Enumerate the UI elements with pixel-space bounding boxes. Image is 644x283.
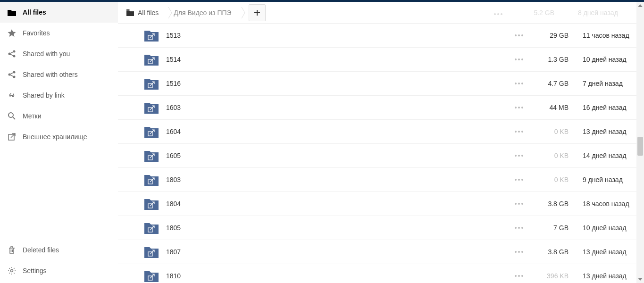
more-icon[interactable] bbox=[512, 179, 526, 181]
file-name[interactable]: 1516 bbox=[166, 80, 512, 87]
scroll-thumb[interactable] bbox=[637, 137, 643, 156]
svg-point-15 bbox=[521, 34, 523, 36]
folder-shared-icon bbox=[144, 53, 159, 66]
table-row[interactable]: 18043.8 GB18 часов назад bbox=[118, 192, 644, 216]
table-row[interactable]: 15141.3 GB10 дней назад bbox=[118, 48, 644, 72]
breadcrumb-current-label: Для Видео из ППЭ bbox=[174, 9, 231, 17]
file-time: 18 часов назад bbox=[573, 200, 644, 208]
table-row[interactable]: 16040 KB13 дней назад bbox=[118, 120, 644, 144]
scroll-track[interactable] bbox=[636, 9, 644, 275]
more-icon[interactable] bbox=[512, 251, 526, 253]
svg-point-5 bbox=[13, 76, 16, 78]
table-row[interactable]: 151329 GB11 часов назад bbox=[118, 24, 644, 48]
svg-point-45 bbox=[515, 227, 517, 229]
more-icon[interactable] bbox=[512, 58, 526, 60]
svg-point-23 bbox=[521, 83, 523, 84]
breadcrumb-current[interactable]: Для Видео из ППЭ bbox=[174, 9, 240, 17]
file-size: 0 KB bbox=[526, 152, 573, 159]
nav-primary: All filesFavoritesShared with youShared … bbox=[0, 2, 118, 240]
svg-point-42 bbox=[518, 203, 520, 205]
file-name[interactable]: 1514 bbox=[166, 56, 512, 63]
file-size: 7 GB bbox=[526, 224, 573, 232]
file-name[interactable]: 1513 bbox=[166, 32, 512, 39]
svg-point-21 bbox=[515, 83, 517, 84]
file-size: 4.7 GB bbox=[526, 80, 573, 87]
file-name[interactable]: 1604 bbox=[166, 128, 512, 135]
table-row[interactable]: 18030 KB9 дней назад bbox=[118, 168, 644, 192]
more-icon[interactable] bbox=[494, 9, 502, 17]
file-time: 10 дней назад bbox=[573, 56, 644, 63]
folder-icon bbox=[7, 8, 17, 16]
more-icon[interactable] bbox=[512, 227, 526, 229]
more-icon[interactable] bbox=[512, 34, 526, 36]
svg-point-1 bbox=[13, 50, 16, 53]
more-icon[interactable] bbox=[512, 107, 526, 108]
sidebar-item-1[interactable]: Favorites bbox=[0, 23, 118, 43]
file-time: 14 дней назад bbox=[573, 152, 644, 159]
file-name[interactable]: 1803 bbox=[166, 176, 512, 183]
svg-point-2 bbox=[13, 55, 16, 58]
file-name[interactable]: 1807 bbox=[166, 248, 512, 256]
svg-point-0 bbox=[8, 53, 11, 55]
svg-point-29 bbox=[515, 131, 517, 133]
file-time: 13 дней назад bbox=[573, 128, 644, 135]
table-row[interactable]: 18073.8 GB13 дней назад bbox=[118, 240, 644, 264]
sidebar-item-6[interactable]: Внешнее хранилище bbox=[0, 126, 118, 147]
svg-point-34 bbox=[518, 155, 520, 157]
sidebar-item-label: Favorites bbox=[23, 29, 50, 37]
sidebar-item-2[interactable]: Shared with you bbox=[0, 43, 118, 64]
search-icon bbox=[7, 112, 17, 120]
folder-icon bbox=[126, 9, 134, 16]
file-time: 16 дней назад bbox=[573, 104, 644, 111]
svg-point-9 bbox=[494, 13, 496, 15]
breadcrumb-root[interactable]: All files bbox=[126, 9, 167, 17]
svg-point-37 bbox=[515, 179, 517, 181]
folder-shared-icon bbox=[144, 270, 159, 282]
file-size: 0 KB bbox=[526, 176, 573, 183]
table-row[interactable]: 18057 GB10 дней назад bbox=[118, 216, 644, 240]
table-row[interactable]: 1810396 KB13 дней назад bbox=[118, 264, 644, 283]
svg-point-11 bbox=[501, 13, 502, 15]
folder-shared-icon bbox=[144, 150, 159, 162]
sidebar-footer-item-1[interactable]: Settings bbox=[0, 260, 118, 281]
file-time: 10 дней назад bbox=[573, 224, 644, 232]
chevron-right-icon bbox=[241, 6, 246, 19]
file-size: 0 KB bbox=[526, 128, 573, 135]
folder-shared-icon bbox=[144, 125, 159, 138]
sidebar-item-0[interactable]: All files bbox=[0, 2, 118, 23]
file-name[interactable]: 1605 bbox=[166, 152, 512, 159]
header-time: 8 дней назад bbox=[578, 9, 635, 17]
svg-point-14 bbox=[518, 34, 520, 36]
table-row[interactable]: 15164.7 GB7 дней назад bbox=[118, 72, 644, 96]
trash-icon bbox=[7, 246, 17, 254]
svg-point-38 bbox=[518, 179, 520, 181]
svg-point-31 bbox=[521, 131, 523, 133]
more-icon[interactable] bbox=[512, 131, 526, 133]
scrollbar[interactable] bbox=[636, 2, 644, 283]
table-row[interactable]: 16050 KB14 дней назад bbox=[118, 144, 644, 168]
more-icon[interactable] bbox=[512, 275, 526, 277]
sidebar-item-4[interactable]: Shared by link bbox=[0, 85, 118, 106]
file-name[interactable]: 1603 bbox=[166, 104, 512, 111]
breadcrumb: All files Для Видео из ППЭ 5.2 GB 8 дней… bbox=[118, 2, 644, 24]
scroll-up-icon[interactable] bbox=[638, 2, 643, 9]
svg-point-49 bbox=[515, 251, 517, 253]
svg-point-26 bbox=[518, 107, 520, 108]
svg-point-54 bbox=[518, 275, 520, 277]
sidebar-item-5[interactable]: Метки bbox=[0, 106, 118, 126]
more-icon[interactable] bbox=[512, 203, 526, 205]
scroll-down-icon[interactable] bbox=[638, 275, 643, 283]
file-time: 11 часов назад bbox=[573, 32, 644, 39]
more-icon[interactable] bbox=[512, 83, 526, 84]
file-name[interactable]: 1804 bbox=[166, 200, 512, 208]
file-size: 3.8 GB bbox=[526, 200, 573, 208]
add-button[interactable] bbox=[249, 4, 266, 21]
table-row[interactable]: 160344 MB16 дней назад bbox=[118, 96, 644, 120]
file-name[interactable]: 1810 bbox=[166, 272, 512, 280]
breadcrumb-root-label: All files bbox=[138, 9, 159, 17]
more-icon[interactable] bbox=[512, 155, 526, 157]
file-name[interactable]: 1805 bbox=[166, 224, 512, 232]
sidebar-footer-item-0[interactable]: Deleted files bbox=[0, 240, 118, 260]
sidebar-item-3[interactable]: Shared with others bbox=[0, 64, 118, 85]
sidebar-item-label: Метки bbox=[23, 112, 42, 120]
